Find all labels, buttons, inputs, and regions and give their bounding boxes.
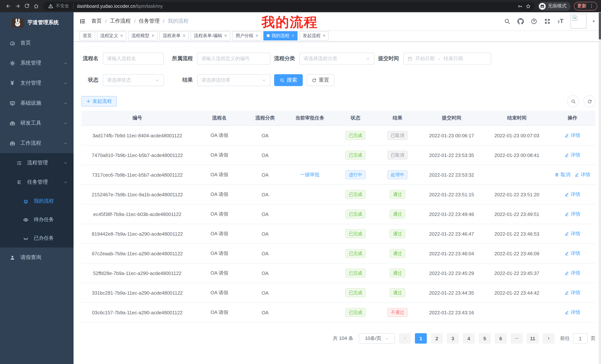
detail-action[interactable]: 详情 — [565, 309, 580, 316]
tab-item[interactable]: 流程定义× — [97, 31, 126, 40]
close-icon[interactable]: × — [291, 33, 294, 38]
sidebar-item[interactable]: 我的流程 — [0, 192, 74, 211]
page-button[interactable]: 3 — [447, 333, 459, 344]
back-icon[interactable] — [4, 1, 13, 11]
column-header: 编号 — [81, 111, 193, 126]
tab-item[interactable]: 流程表单× — [159, 31, 189, 40]
tab-active[interactable]: 我的流程× — [263, 31, 298, 40]
detail-action[interactable]: 详情 — [565, 289, 580, 296]
search-button[interactable]: 搜索 — [274, 74, 303, 86]
cancel-action[interactable]: 取消 — [555, 172, 570, 178]
table-body: 3ad174fb-7b9d-11ec-8404-acde48001122OA 请… — [81, 126, 595, 322]
detail-action[interactable]: 详情 — [565, 270, 580, 277]
status-badge: 已完成 — [345, 269, 366, 278]
logo[interactable]: 芋道管理系统 — [0, 12, 74, 31]
page-scrollbar[interactable] — [599, 12, 601, 364]
filter-input[interactable]: 请输入流程名 — [103, 53, 164, 65]
reset-button[interactable]: 重置 — [306, 74, 334, 86]
chevron-down-icon — [261, 78, 266, 83]
sidebar-item[interactable]: 已办任务 — [0, 229, 74, 248]
filter-select[interactable]: 请选择状态 — [103, 74, 164, 86]
page-button[interactable]: 4 — [463, 333, 475, 344]
submit-time: 2022-01-22 23:51:15 — [419, 185, 484, 204]
address-bar[interactable]: 不安全 dashboard.yudao.iocoder.cn/bpm/task/… — [43, 2, 534, 10]
breadcrumb-item[interactable]: 任务管理 — [139, 18, 160, 25]
page-button[interactable]: 6 — [495, 333, 507, 344]
task-link[interactable]: 一级审批 — [300, 172, 320, 177]
help-icon[interactable] — [531, 18, 537, 24]
end-time: 2022-01-22 23:51:20 — [484, 185, 550, 204]
detail-action[interactable]: 详情 — [565, 191, 580, 198]
url-text[interactable]: dashboard.yudao.iocoder.cn/bpm/task/my — [77, 3, 163, 9]
forward-icon[interactable] — [13, 1, 22, 11]
filter-select[interactable]: 请选择流程分类 — [299, 53, 374, 65]
refresh-table-button[interactable] — [583, 95, 595, 107]
chevron-down-icon[interactable] — [592, 19, 596, 23]
menu-dots-icon[interactable] — [589, 4, 594, 9]
goto-page-input[interactable] — [573, 333, 588, 344]
sidebar-item[interactable]: 待办任务 — [0, 211, 74, 229]
sidebar-item[interactable]: 研发工具 — [0, 113, 74, 133]
tab-item[interactable]: 发起流程× — [299, 31, 329, 40]
submit-time: 2022-01-23 00:06:17 — [419, 126, 484, 145]
font-size-icon[interactable]: TT — [558, 18, 563, 24]
page-button[interactable]: 1 — [415, 333, 427, 344]
tab-item[interactable]: 流程表单-编辑× — [190, 31, 230, 40]
avatar[interactable] — [571, 14, 587, 29]
filter-select[interactable]: 请选择流结果 — [197, 74, 270, 86]
search-icon[interactable] — [504, 18, 510, 24]
sidebar-item[interactable]: 请假查询 — [0, 248, 74, 268]
breadcrumb-item[interactable]: 首页 — [91, 18, 102, 25]
star-icon[interactable] — [524, 2, 532, 10]
prev-page-button[interactable] — [399, 333, 411, 344]
show-search-button[interactable] — [567, 95, 579, 107]
close-icon[interactable]: × — [323, 33, 325, 38]
page-button[interactable]: 2 — [431, 333, 443, 344]
page-size-select[interactable]: 10条/页 — [359, 333, 395, 344]
fullscreen-icon[interactable] — [544, 18, 551, 24]
detail-action[interactable]: 详情 — [565, 152, 580, 158]
sidebar-item[interactable]: ¥支付管理 — [0, 73, 74, 93]
close-icon[interactable]: × — [151, 33, 154, 38]
security-label[interactable]: 不安全 — [56, 3, 69, 9]
sidebar-item[interactable]: 首页 — [0, 33, 74, 53]
page-button[interactable]: 5 — [479, 333, 491, 344]
tab-item[interactable]: 用户分组× — [232, 31, 261, 40]
close-icon[interactable]: × — [183, 33, 185, 38]
status-cell: 已完成 — [335, 224, 376, 244]
detail-action[interactable]: 详情 — [565, 250, 580, 257]
sidebar-item[interactable]: 工作流程 — [0, 133, 74, 153]
page-body: 流程名请输入流程名所属流程请输入流程定义的编号流程分类请选择流程分类提交时间开始… — [74, 42, 601, 344]
detail-action[interactable]: 详情 — [565, 230, 580, 237]
tab-item[interactable]: 流程模型× — [128, 31, 158, 40]
reload-icon[interactable] — [22, 1, 31, 11]
github-icon[interactable] — [517, 18, 524, 24]
more-pages-button[interactable] — [511, 333, 523, 344]
page-button[interactable]: 11 — [527, 333, 539, 344]
sidebar-item[interactable]: 流程管理 — [0, 153, 74, 172]
sidebar-item[interactable]: 任务管理 — [0, 172, 74, 192]
detail-action[interactable]: 详情 — [565, 132, 580, 139]
fold-menu-icon[interactable] — [80, 18, 86, 24]
tab-item[interactable]: 首页 — [80, 31, 95, 40]
next-page-button[interactable] — [543, 333, 555, 344]
filter-label: 流程分类 — [274, 55, 295, 62]
create-process-button[interactable]: 发起流程 — [81, 96, 117, 106]
result-badge: 通过 — [390, 229, 405, 238]
filter-label: 结果 — [172, 77, 193, 84]
breadcrumb-item[interactable]: 工作流程 — [110, 18, 131, 25]
sidebar-item[interactable]: 系统管理 — [0, 53, 74, 73]
close-icon[interactable]: × — [224, 33, 227, 38]
home-icon[interactable] — [31, 1, 41, 11]
detail-action[interactable]: 详情 — [575, 172, 590, 178]
scrollbar-thumb[interactable] — [599, 13, 601, 39]
sidebar-item[interactable]: 基础设施 — [0, 93, 74, 113]
table-row: 2152467e-7b9b-11ec-9a1b-acde48001122OA 请… — [81, 185, 595, 204]
close-icon[interactable]: × — [120, 33, 123, 38]
filter-input[interactable]: 请输入流程定义的编号 — [197, 53, 270, 65]
close-icon[interactable]: × — [256, 33, 258, 38]
update-button[interactable]: 更新 — [574, 2, 597, 10]
date-range-input[interactable]: 开始日期-结束日期 — [403, 53, 491, 65]
key-icon[interactable] — [516, 2, 524, 10]
detail-action[interactable]: 详情 — [565, 211, 580, 217]
